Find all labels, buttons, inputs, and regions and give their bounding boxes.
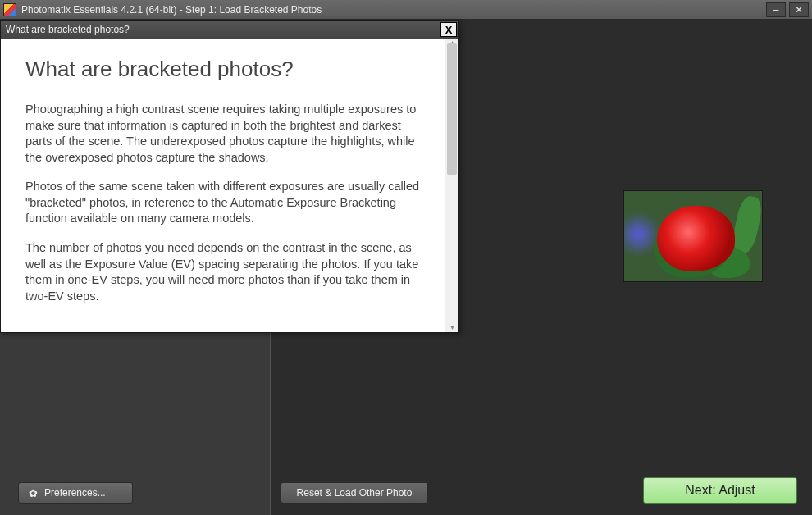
app-icon: [3, 3, 16, 16]
preferences-label: Preferences...: [44, 487, 106, 499]
scroll-thumb[interactable]: [447, 43, 457, 175]
minimize-button[interactable]: –: [766, 2, 786, 17]
help-paragraph-1: Photographing a high contrast scene requ…: [25, 102, 428, 166]
reset-load-button[interactable]: Reset & Load Other Photo: [281, 482, 428, 504]
help-dialog-title: What are bracketed photos?: [6, 24, 130, 35]
window-titlebar: Photomatix Essentials 4.2.1 (64-bit) - S…: [0, 0, 812, 20]
help-content: What are bracketed photos? Photographing…: [1, 39, 445, 332]
thumbnail-leaf: [730, 194, 763, 255]
next-adjust-label: Next: Adjust: [685, 483, 755, 498]
help-paragraph-3: The number of photos you need depends on…: [25, 240, 428, 304]
help-scrollbar[interactable]: ▴ ▾: [445, 39, 458, 332]
help-heading: What are bracketed photos?: [25, 57, 428, 82]
help-paragraph-2: Photos of the same scene taken with diff…: [25, 179, 428, 227]
preview-thumbnail[interactable]: [623, 190, 763, 282]
window-title: Photomatix Essentials 4.2.1 (64-bit) - S…: [21, 4, 766, 16]
preferences-button[interactable]: ✿ Preferences...: [18, 482, 133, 504]
reset-load-label: Reset & Load Other Photo: [297, 487, 413, 499]
next-adjust-button[interactable]: Next: Adjust: [643, 477, 797, 504]
help-dialog-titlebar[interactable]: What are bracketed photos? X: [1, 21, 458, 39]
gear-icon: ✿: [29, 487, 38, 499]
thumbnail-flower: [657, 206, 735, 271]
window-close-button[interactable]: ×: [789, 2, 809, 17]
scroll-down-icon[interactable]: ▾: [448, 322, 456, 330]
help-dialog: What are bracketed photos? X What are br…: [0, 20, 459, 333]
thumbnail-bokeh: [623, 212, 661, 257]
help-close-button[interactable]: X: [440, 22, 457, 37]
